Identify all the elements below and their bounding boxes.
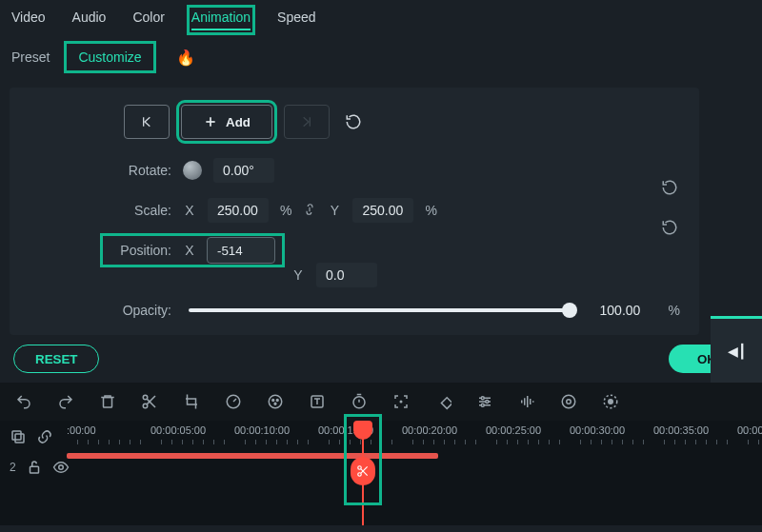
position-y-label: Y: [291, 267, 305, 283]
ruler-tick: :00:00: [67, 424, 96, 436]
collapse-panel-button[interactable]: ◀┃: [711, 316, 762, 383]
opacity-unit: %: [669, 303, 680, 318]
speed-dial-icon[interactable]: [225, 393, 242, 410]
text-icon[interactable]: [309, 393, 326, 410]
svg-point-15: [274, 403, 276, 404]
scale-y-value[interactable]: 250.00: [352, 198, 413, 223]
svg-point-22: [400, 401, 402, 403]
scale-x-value[interactable]: 250.00: [208, 198, 269, 223]
position-reset-icon[interactable]: [661, 219, 678, 239]
track-number: 2: [10, 461, 16, 474]
crop-icon[interactable]: [183, 393, 200, 410]
eye-icon[interactable]: [560, 393, 577, 410]
adjust-icon[interactable]: [476, 393, 493, 410]
svg-point-38: [609, 400, 613, 404]
timeline[interactable]: 2 :00:0000:00:05:0000:00:10:0000:00:15:0…: [0, 421, 762, 525]
prev-keyframe-button[interactable]: [124, 105, 170, 139]
svg-point-12: [269, 395, 282, 408]
visibility-icon[interactable]: [52, 459, 70, 476]
focus-icon[interactable]: [392, 393, 410, 410]
svg-point-6: [143, 395, 148, 400]
lock-icon[interactable]: [26, 459, 43, 476]
undo-icon[interactable]: [15, 393, 32, 410]
preset-label[interactable]: Preset: [11, 49, 50, 65]
split-at-playhead-icon[interactable]: [351, 457, 375, 485]
redo-icon[interactable]: [57, 393, 74, 410]
rotate-value[interactable]: 0.00°: [213, 158, 274, 183]
svg-point-29: [481, 404, 484, 406]
scale-y-label: Y: [328, 203, 341, 218]
link-clip-icon[interactable]: [36, 428, 53, 445]
rotate-label: Rotate:: [105, 163, 171, 178]
scale-row: Scale: X 250.00 % Y 250.00 %: [105, 198, 680, 223]
svg-point-7: [143, 404, 148, 408]
svg-point-36: [567, 400, 572, 404]
svg-rect-23: [441, 398, 451, 409]
collapse-left-icon: ◀┃: [728, 344, 746, 359]
clip-bar[interactable]: [67, 453, 438, 459]
copy-icon[interactable]: [10, 428, 27, 445]
scale-label: Scale:: [105, 203, 171, 218]
timeline-toolbar: [0, 383, 762, 421]
svg-rect-5: [104, 398, 112, 408]
ruler-tick: 00:00:40: [737, 424, 762, 436]
rotate-knob[interactable]: [183, 161, 202, 180]
property-tabs: Video Audio Color Animation Speed: [0, 0, 762, 36]
tab-audio[interactable]: Audio: [72, 10, 107, 30]
ruler-tick: 00:00:30:00: [570, 424, 625, 436]
ruler-tick: 00:00:10:00: [234, 424, 290, 436]
keyframe-diamond-icon[interactable]: [434, 393, 451, 410]
panel-action-row: RESET OK: [0, 335, 762, 373]
split-icon[interactable]: [141, 393, 158, 410]
add-keyframe-label: Add: [226, 115, 251, 129]
opacity-slider[interactable]: [189, 308, 575, 312]
link-icon[interactable]: [303, 201, 316, 221]
customize-label[interactable]: Customize: [69, 46, 150, 69]
tab-video[interactable]: Video: [11, 10, 46, 30]
position-y-value[interactable]: 0.0: [316, 263, 377, 287]
audio-icon[interactable]: [518, 393, 535, 410]
tab-color[interactable]: Color: [132, 10, 164, 30]
svg-point-14: [276, 400, 278, 402]
tab-animation[interactable]: Animation: [191, 10, 251, 30]
rotate-row: Rotate: 0.00°: [105, 158, 680, 183]
svg-rect-41: [30, 466, 38, 473]
tab-speed[interactable]: Speed: [277, 10, 315, 30]
svg-point-13: [272, 400, 274, 402]
svg-point-27: [481, 397, 484, 400]
position-x-input[interactable]: [208, 238, 274, 263]
reset-button[interactable]: RESET: [13, 345, 99, 373]
opacity-slider-thumb[interactable]: [562, 303, 577, 318]
opacity-row: Opacity: 100.00 %: [105, 303, 680, 318]
ruler-tick: 00:00:05:00: [150, 424, 206, 436]
svg-point-43: [358, 466, 362, 470]
svg-point-44: [358, 473, 362, 477]
svg-point-35: [562, 395, 575, 408]
position-x-label: X: [183, 243, 196, 258]
playhead[interactable]: [362, 421, 364, 525]
timeline-ruler[interactable]: :00:0000:00:05:0000:00:10:0000:00:15:000…: [67, 424, 762, 447]
animation-mode-row: Preset Customize 🔥: [0, 36, 762, 82]
timer-icon[interactable]: [351, 393, 368, 410]
ruler-tick: 00:00:35:00: [653, 424, 709, 436]
keyframe-reset-icon[interactable]: [341, 109, 366, 134]
add-keyframe-button[interactable]: Add: [181, 105, 272, 139]
svg-point-28: [486, 401, 489, 404]
svg-rect-40: [12, 431, 21, 440]
scale-reset-icon[interactable]: [661, 179, 678, 199]
record-icon[interactable]: [602, 393, 619, 410]
position-y-row: Y 0.0: [291, 263, 680, 287]
color-icon[interactable]: [267, 393, 284, 410]
ruler-tick: 00:00:25:00: [486, 424, 541, 436]
opacity-label: Opacity:: [105, 303, 171, 318]
scale-x-unit: %: [280, 203, 291, 218]
delete-icon[interactable]: [99, 393, 116, 410]
keyframe-controls: Add: [124, 105, 680, 139]
animation-panel: Add Rotate: 0.00° Scale: X 250.00 % Y 25…: [10, 88, 699, 335]
svg-point-42: [58, 465, 63, 470]
opacity-value[interactable]: 100.00: [600, 303, 657, 318]
playhead-marker-icon[interactable]: [353, 421, 372, 440]
timeline-left-controls: 2: [0, 421, 59, 525]
position-label: Position:: [105, 243, 171, 258]
next-keyframe-button[interactable]: [284, 105, 330, 139]
